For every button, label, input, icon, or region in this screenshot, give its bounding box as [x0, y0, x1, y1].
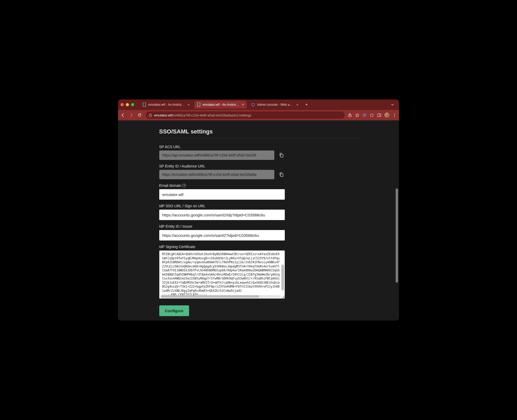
copy-icon	[279, 153, 284, 158]
url-text: emulator.wtf/o/488ca78f-c15d-4e9f-a5a0-b…	[154, 113, 251, 117]
window-controls	[121, 103, 134, 106]
scrollbar-vertical[interactable]	[281, 252, 284, 295]
idp-sso-input[interactable]	[159, 210, 285, 220]
svg-point-12	[394, 116, 395, 117]
sp-entity-value[interactable]: https://emulator.wtf/o/488ca78f-c15d-4e9…	[159, 170, 274, 179]
copy-icon	[279, 172, 284, 177]
idp-sso-label: IdP SSO URL / Sign on URL	[159, 204, 358, 208]
svg-rect-8	[378, 114, 381, 117]
sp-entity-label: SP Entity ID / Audience URL	[159, 164, 358, 168]
configure-button[interactable]: Configure	[159, 305, 189, 316]
toolbar: emulator.wtf/o/488ca78f-c15d-4e9f-a5a0-b…	[118, 110, 399, 120]
tab-title: emulator.wtf - An Android clou	[203, 103, 240, 107]
idp-sso-group: IdP SSO URL / Sign on URL	[159, 204, 358, 220]
share-icon[interactable]	[348, 113, 352, 117]
page-viewport: SSO/SAML settings SP ACS URL https://api…	[118, 120, 399, 321]
help-icon[interactable]: ?	[182, 184, 186, 187]
url-host: emulator.wtf	[154, 113, 172, 117]
browser-tab-3[interactable]: Admin console - Web and mob ×	[249, 101, 301, 109]
tab-title: emulator.wtf - An Android clou	[148, 103, 185, 107]
star-icon[interactable]	[355, 113, 359, 117]
idp-entity-group: IdP Entity ID / Issuer	[159, 224, 358, 240]
idp-cert-label: IdP Signing Certificate	[159, 245, 358, 249]
back-button[interactable]	[121, 113, 126, 117]
forward-button[interactable]	[129, 113, 134, 117]
resize-grip-icon[interactable]	[281, 295, 285, 298]
tab-title: Admin console - Web and mob	[257, 103, 294, 107]
copy-button[interactable]	[277, 151, 285, 159]
email-domain-label-text: Email domain	[159, 183, 181, 188]
page-scrollbar[interactable]	[395, 123, 399, 318]
extension-icon[interactable]	[362, 113, 367, 117]
scrollbar-horizontal[interactable]	[161, 295, 281, 298]
svg-point-1	[144, 106, 145, 107]
phone-icon	[143, 103, 146, 107]
reload-button[interactable]	[137, 113, 143, 117]
tabs-menu-button[interactable]	[389, 103, 396, 107]
puzzle-icon[interactable]	[370, 113, 374, 117]
url-path: /o/488ca78f-c15d-4e9f-a5a0-be326a9aa3c1/…	[172, 113, 251, 117]
svg-point-11	[394, 115, 395, 116]
idp-entity-input[interactable]	[159, 230, 285, 240]
close-icon[interactable]: ×	[296, 103, 298, 107]
close-icon[interactable]: ×	[242, 103, 244, 107]
svg-point-7	[364, 115, 365, 116]
email-domain-label: Email domain ?	[159, 183, 358, 188]
window-minimize-button[interactable]	[126, 103, 129, 106]
svg-rect-13	[280, 154, 283, 157]
tab-strip: emulator.wtf - An Android clou × emulato…	[118, 99, 399, 110]
idp-cert-value: MIIBCgKCAQEA+QGASrUXGat1KodrByBQ1R8KHwwC…	[160, 251, 285, 299]
browser-tab-1[interactable]: emulator.wtf - An Android clou ×	[140, 101, 192, 109]
sp-acs-group: SP ACS URL https://api.emulator.wtf/o/48…	[159, 145, 358, 160]
close-icon[interactable]: ×	[188, 103, 190, 107]
sp-entity-group: SP Entity ID / Audience URL https://emul…	[159, 164, 358, 179]
window-close-button[interactable]	[121, 103, 124, 106]
browser-tab-2[interactable]: emulator.wtf - An Android clou ×	[194, 101, 247, 109]
idp-entity-label: IdP Entity ID / Issuer	[159, 224, 358, 228]
email-domain-input[interactable]	[159, 189, 285, 200]
profile-avatar[interactable]	[384, 113, 390, 118]
idp-cert-group: IdP Signing Certificate MIIBCgKCAQEA+QGA…	[159, 245, 358, 299]
svg-point-10	[394, 114, 395, 114]
address-bar[interactable]: emulator.wtf/o/488ca78f-c15d-4e9f-a5a0-b…	[146, 111, 345, 119]
sp-acs-label: SP ACS URL	[159, 145, 358, 149]
browser-window: emulator.wtf - An Android clou × emulato…	[118, 99, 399, 321]
email-domain-group: Email domain ?	[159, 183, 358, 200]
svg-rect-4	[149, 115, 152, 117]
sp-acs-value[interactable]: https://api.emulator.wtf/o/488ca78f-c15d…	[159, 150, 274, 160]
new-tab-button[interactable]: +	[303, 102, 310, 108]
settings-page: SSO/SAML settings SP ACS URL https://api…	[159, 120, 358, 321]
page-title: SSO/SAML settings	[159, 128, 358, 138]
copy-button[interactable]	[277, 171, 285, 178]
phone-icon	[197, 103, 201, 107]
window-maximize-button[interactable]	[131, 103, 134, 106]
toolbar-actions	[348, 113, 396, 118]
lock-icon	[149, 113, 152, 117]
google-admin-icon	[251, 103, 255, 107]
idp-cert-textarea[interactable]: MIIBCgKCAQEA+QGASrUXGat1KodrByBQ1R8KHwwC…	[159, 250, 285, 299]
configure-row: Configure	[159, 305, 358, 316]
svg-point-3	[198, 106, 199, 107]
kebab-menu-icon[interactable]	[393, 113, 396, 117]
svg-rect-14	[280, 174, 283, 177]
side-panel-icon[interactable]	[377, 113, 381, 117]
